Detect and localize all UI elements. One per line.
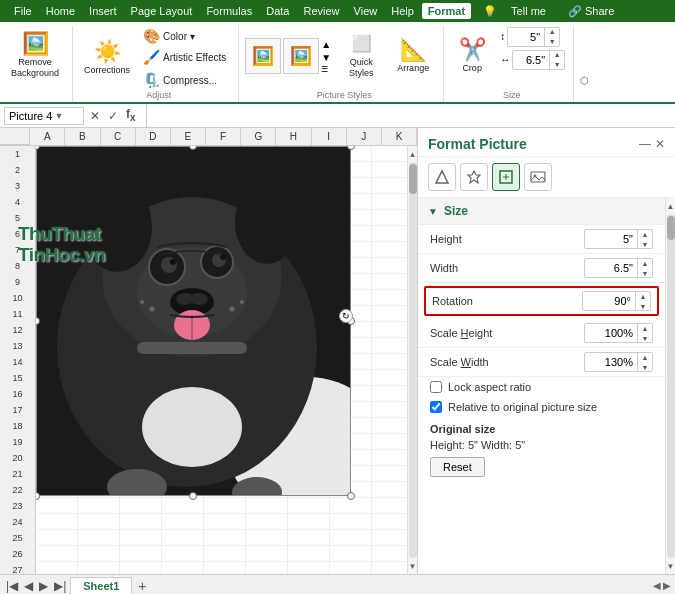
cell-r27-c3[interactable]	[120, 562, 162, 574]
grid-scroll-thumb[interactable]	[409, 164, 417, 194]
cell-r8-c9[interactable]	[372, 258, 407, 274]
cell-r23-c5[interactable]	[204, 498, 246, 514]
cell-r18-c9[interactable]	[372, 418, 407, 434]
menu-formulas[interactable]: Formulas	[200, 3, 258, 19]
cell-r17-c9[interactable]	[372, 402, 407, 418]
sheet-add-button[interactable]: +	[134, 578, 150, 594]
menu-data[interactable]: Data	[260, 3, 295, 19]
ribbon-width-up[interactable]: ▲	[550, 50, 564, 60]
cell-r14-c9[interactable]	[372, 354, 407, 370]
cell-r21-c9[interactable]	[372, 466, 407, 482]
style-more-up[interactable]: ▲	[321, 39, 331, 50]
handle-bm[interactable]	[189, 492, 197, 500]
cell-r26-c3[interactable]	[120, 546, 162, 562]
rotation-up-btn[interactable]: ▲	[636, 291, 650, 301]
rotation-input[interactable]	[583, 295, 635, 307]
cell-r23-c9[interactable]	[372, 498, 407, 514]
name-box[interactable]: Picture 4 ▼	[4, 107, 84, 125]
panel-section-size[interactable]: ▼ Size	[418, 198, 665, 225]
cell-r27-c1[interactable]	[36, 562, 78, 574]
sheet-nav-right[interactable]: ▶	[37, 579, 50, 593]
cell-r2-c9[interactable]	[372, 162, 407, 178]
cell-r11-c9[interactable]	[372, 306, 407, 322]
panel-tab-effects[interactable]	[460, 163, 488, 191]
cell-r24-c5[interactable]	[204, 514, 246, 530]
style-preset-1[interactable]: 🖼️	[245, 38, 281, 74]
cell-r25-c5[interactable]	[204, 530, 246, 546]
menu-tell-me[interactable]: Tell me	[505, 3, 552, 19]
cell-r23-c1[interactable]	[36, 498, 78, 514]
cell-r23-c4[interactable]	[162, 498, 204, 514]
cell-r25-c9[interactable]	[372, 530, 407, 546]
style-preset-2[interactable]: 🖼️	[283, 38, 319, 74]
ribbon-height-up[interactable]: ▲	[545, 27, 559, 37]
cell-r25-c1[interactable]	[36, 530, 78, 546]
cell-r24-c7[interactable]	[288, 514, 330, 530]
panel-minimize-icon[interactable]: —	[639, 137, 651, 151]
cell-r5-c9[interactable]	[372, 210, 407, 226]
arrange-button[interactable]: 📐 Arrange	[391, 36, 435, 77]
compress-button[interactable]: 🗜️ Compress...	[139, 70, 230, 90]
cell-r10-c9[interactable]	[372, 290, 407, 306]
menu-review[interactable]: Review	[297, 3, 345, 19]
panel-tab-size-properties[interactable]	[492, 163, 520, 191]
sheet-nav-end[interactable]: ▶|	[52, 579, 68, 593]
cell-r27-c5[interactable]	[204, 562, 246, 574]
menu-share[interactable]: 🔗 Share	[562, 3, 620, 20]
cell-r26-c8[interactable]	[330, 546, 372, 562]
sheet-tab-sheet1[interactable]: Sheet1	[70, 577, 132, 594]
sheet-nav-left[interactable]: ◀	[22, 579, 35, 593]
sheet-scroll-right[interactable]: ▶	[663, 580, 671, 591]
menu-view[interactable]: View	[348, 3, 384, 19]
cell-r24-c9[interactable]	[372, 514, 407, 530]
cell-r23-c6[interactable]	[246, 498, 288, 514]
cell-r9-c9[interactable]	[372, 274, 407, 290]
cell-r25-c7[interactable]	[288, 530, 330, 546]
cell-r25-c4[interactable]	[162, 530, 204, 546]
cell-r19-c9[interactable]	[372, 434, 407, 450]
grid-scroll-down[interactable]: ▼	[408, 559, 418, 573]
width-up-btn[interactable]: ▲	[638, 258, 652, 268]
cell-r25-c8[interactable]	[330, 530, 372, 546]
cell-r7-c9[interactable]	[372, 242, 407, 258]
scale-height-down-btn[interactable]: ▼	[638, 333, 652, 343]
menu-file[interactable]: File	[8, 3, 38, 19]
cell-r26-c6[interactable]	[246, 546, 288, 562]
cell-r23-c2[interactable]	[78, 498, 120, 514]
panel-close-icon[interactable]: ✕	[655, 137, 665, 151]
cell-r15-c9[interactable]	[372, 370, 407, 386]
size-expand-icon[interactable]: ⬡	[580, 75, 589, 86]
reset-button[interactable]: Reset	[430, 457, 485, 477]
handle-br[interactable]	[347, 492, 355, 500]
width-down-btn[interactable]: ▼	[638, 268, 652, 278]
scale-width-up-btn[interactable]: ▲	[638, 352, 652, 362]
cell-r26-c9[interactable]	[372, 546, 407, 562]
ribbon-width-input[interactable]	[513, 54, 549, 66]
cell-r1-c9[interactable]	[372, 146, 407, 162]
height-input[interactable]	[585, 233, 637, 245]
grid-scroll-up[interactable]: ▲	[408, 147, 418, 161]
cell-r4-c9[interactable]	[372, 194, 407, 210]
crop-button[interactable]: ✂️ Crop	[450, 36, 494, 77]
scale-width-down-btn[interactable]: ▼	[638, 362, 652, 372]
style-expand-icon[interactable]: ☰	[321, 65, 331, 74]
rotation-down-btn[interactable]: ▼	[636, 301, 650, 311]
menu-page-layout[interactable]: Page Layout	[125, 3, 199, 19]
cell-r24-c6[interactable]	[246, 514, 288, 530]
cell-r25-c6[interactable]	[246, 530, 288, 546]
cancel-icon[interactable]: ✕	[90, 109, 100, 123]
name-box-arrow[interactable]: ▼	[54, 111, 63, 121]
cell-r24-c2[interactable]	[78, 514, 120, 530]
sheet-nav-start[interactable]: |◀	[4, 579, 20, 593]
quick-styles-button[interactable]: ◻️ QuickStyles	[339, 30, 383, 82]
cell-r24-c4[interactable]	[162, 514, 204, 530]
cell-r23-c7[interactable]	[288, 498, 330, 514]
cell-r26-c7[interactable]	[288, 546, 330, 562]
width-input[interactable]	[585, 262, 637, 274]
cell-r27-c6[interactable]	[246, 562, 288, 574]
height-up-btn[interactable]: ▲	[638, 229, 652, 239]
cell-r26-c2[interactable]	[78, 546, 120, 562]
cell-r22-c9[interactable]	[372, 482, 407, 498]
height-down-btn[interactable]: ▼	[638, 239, 652, 249]
scale-height-input[interactable]	[585, 327, 637, 339]
